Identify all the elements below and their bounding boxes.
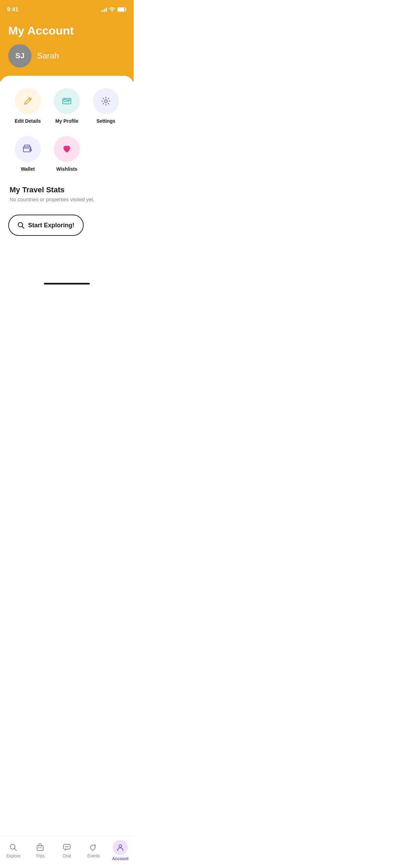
header: My Account SJ Sarah [0,17,134,81]
wallet-label: Wallet [21,166,35,172]
page-title: My Account [8,24,125,37]
home-bar [44,283,90,285]
edit-details-label: Edit Details [15,118,41,124]
travel-stats-title: My Travel Stats [10,185,124,194]
svg-rect-4 [64,99,66,101]
svg-rect-2 [126,9,127,11]
wishlists-icon-circle [54,136,80,162]
travel-stats-section: My Travel Stats No countries or properti… [8,185,125,202]
pencil-icon [22,95,34,107]
user-row: SJ Sarah [8,44,125,68]
wallet-item[interactable]: Wallet [8,136,47,172]
home-indicator [0,281,134,287]
main-content: Edit Details My Profile S [0,76,134,281]
menu-row-1: Edit Details My Profile S [8,88,125,124]
edit-details-item[interactable]: Edit Details [8,88,47,124]
start-exploring-button[interactable]: Start Exploring! [8,215,84,236]
wifi-icon [109,7,115,12]
svg-rect-10 [29,149,32,151]
battery-icon [117,7,127,12]
my-profile-item[interactable]: My Profile [47,88,86,124]
my-profile-label: My Profile [56,118,78,124]
wallet-icon [22,143,34,155]
start-exploring-label: Start Exploring! [28,222,74,229]
wishlists-label: Wishlists [56,166,77,172]
signal-icon [101,7,107,12]
wallet-icon-circle [15,136,41,162]
settings-label: Settings [96,118,115,124]
my-profile-icon-circle [54,88,80,114]
wishlists-item[interactable]: Wishlists [47,136,86,172]
status-bar: 9:41 [0,0,134,17]
avatar: SJ [8,44,32,68]
settings-icon-circle [93,88,119,114]
status-icons [101,7,127,12]
user-name: Sarah [37,51,59,61]
menu-row-2: Wallet Wishlists [8,136,125,172]
id-card-icon [61,95,73,107]
svg-rect-1 [118,8,124,11]
status-time: 9:41 [7,6,19,13]
edit-details-icon-circle [15,88,41,114]
settings-item[interactable]: Settings [86,88,125,124]
heart-icon [61,143,73,155]
search-icon [17,221,25,229]
svg-point-8 [105,100,107,103]
gear-icon [100,95,112,107]
travel-stats-subtitle: No countries or properties visited yet. [10,196,124,202]
